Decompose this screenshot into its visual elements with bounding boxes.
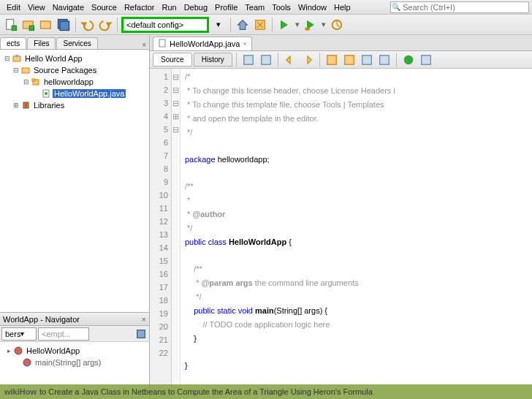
java-file-icon xyxy=(158,39,167,49)
menu-profile[interactable]: Profile xyxy=(211,1,241,13)
debug-arrow[interactable]: ▾ xyxy=(320,17,327,33)
svg-rect-1 xyxy=(12,26,16,30)
open-button[interactable] xyxy=(38,17,54,33)
svg-rect-25 xyxy=(327,55,337,64)
editor-panel: HelloWorldApp.java × Source History 1234 xyxy=(150,35,532,399)
tab-services[interactable]: Services xyxy=(56,37,97,49)
editor-tab[interactable]: HelloWorldApp.java × xyxy=(153,37,252,50)
code-area[interactable]: 12345678910111213141516171819202122 ⊟⊟⊟⊞… xyxy=(150,69,532,399)
svg-rect-30 xyxy=(422,55,431,64)
new-file-button[interactable] xyxy=(3,17,19,33)
separator xyxy=(319,53,320,67)
tree-package[interactable]: ⊟helloworldapp xyxy=(1,76,148,88)
separator xyxy=(272,18,273,32)
config-arrow[interactable]: ▾ xyxy=(210,17,227,33)
ed-btn-9[interactable] xyxy=(400,52,417,68)
tree-libraries[interactable]: ⊞Libraries xyxy=(1,99,148,111)
ed-btn-4[interactable] xyxy=(300,52,316,68)
svg-rect-8 xyxy=(305,27,310,30)
menu-help[interactable]: Help xyxy=(330,1,354,13)
separator xyxy=(236,53,237,67)
editor-tabs: HelloWorldApp.java × xyxy=(150,35,532,51)
editor-toolbar: Source History xyxy=(150,51,532,69)
svg-point-21 xyxy=(23,359,31,366)
menu-team[interactable]: Team xyxy=(241,1,268,13)
fold-gutter[interactable]: ⊟⊟⊟⊞⊟ xyxy=(172,69,180,399)
tab-history[interactable]: History xyxy=(194,53,232,66)
redo-button[interactable] xyxy=(97,17,113,33)
svg-rect-27 xyxy=(362,55,372,64)
navigator-filter[interactable]: <empt... xyxy=(38,327,89,341)
svg-rect-22 xyxy=(159,39,165,47)
nav-class[interactable]: ▸HelloWorldApp xyxy=(3,345,146,357)
svg-rect-17 xyxy=(23,102,26,108)
profile-button[interactable] xyxy=(329,17,345,33)
svg-rect-19 xyxy=(137,330,145,338)
ed-btn-8[interactable] xyxy=(376,52,392,68)
svg-rect-12 xyxy=(22,68,29,73)
navigator-settings-icon[interactable] xyxy=(134,327,148,341)
menu-view[interactable]: View xyxy=(24,1,49,13)
tree-source-packages[interactable]: ⊟Source Packages xyxy=(1,64,148,76)
global-search[interactable]: 🔍 xyxy=(390,1,529,13)
svg-rect-14 xyxy=(32,79,35,81)
menu-tools[interactable]: Tools xyxy=(268,1,294,13)
code-text[interactable]: /* * To change this license header, choo… xyxy=(180,69,532,399)
debug-button[interactable] xyxy=(303,17,319,33)
build-button[interactable] xyxy=(235,17,251,33)
svg-rect-11 xyxy=(15,55,18,57)
close-icon[interactable]: × xyxy=(142,315,146,324)
navigator-toolbar: bers ▾ <empt... xyxy=(0,326,149,342)
clean-build-button[interactable] xyxy=(252,17,268,33)
search-input[interactable] xyxy=(401,3,528,12)
save-all-button[interactable] xyxy=(56,17,72,33)
menu-edit[interactable]: Edit xyxy=(3,1,24,13)
menu-window[interactable]: Window xyxy=(294,1,330,13)
close-icon[interactable]: × xyxy=(139,41,149,49)
svg-rect-6 xyxy=(60,21,69,31)
line-numbers: 12345678910111213141516171819202122 xyxy=(150,69,172,399)
menu-navigate[interactable]: Navigate xyxy=(49,1,88,13)
menu-refactor[interactable]: Refactor xyxy=(121,1,159,13)
ed-btn-5[interactable] xyxy=(324,52,340,68)
navigator-view-select[interactable]: bers ▾ xyxy=(1,327,37,341)
svg-rect-26 xyxy=(345,55,354,64)
wikihow-brand: wikiHow xyxy=(4,387,37,396)
svg-point-20 xyxy=(15,347,22,354)
menu-run[interactable]: Run xyxy=(158,1,180,13)
svg-rect-4 xyxy=(41,21,51,28)
separator xyxy=(117,18,118,32)
ed-btn-6[interactable] xyxy=(341,52,357,68)
separator xyxy=(396,53,397,67)
svg-rect-3 xyxy=(29,26,34,30)
ed-btn-3[interactable] xyxy=(282,52,298,68)
separator xyxy=(75,18,76,32)
tab-source[interactable]: Source xyxy=(153,53,192,66)
navigator-title: WorldApp - Navigator× xyxy=(0,313,149,326)
separator xyxy=(230,18,231,32)
ed-btn-2[interactable] xyxy=(258,52,274,68)
project-tree[interactable]: ⊟Hello World App ⊟Source Packages ⊟hello… xyxy=(0,50,149,312)
ed-btn-1[interactable] xyxy=(240,52,256,68)
ed-btn-7[interactable] xyxy=(359,52,375,68)
svg-rect-23 xyxy=(244,55,254,64)
run-button[interactable] xyxy=(276,17,292,33)
tab-files[interactable]: Files xyxy=(27,37,56,49)
svg-rect-28 xyxy=(380,55,390,64)
main-toolbar: <default config> ▾ ▾ ▾ xyxy=(0,15,532,35)
tree-java-file[interactable]: HelloWorldApp.java xyxy=(1,88,148,99)
run-arrow[interactable]: ▾ xyxy=(294,17,301,33)
undo-button[interactable] xyxy=(80,17,96,33)
tab-projects[interactable]: ects xyxy=(0,37,26,49)
tree-project-root[interactable]: ⊟Hello World App xyxy=(1,53,148,64)
menu-debug[interactable]: Debug xyxy=(180,1,211,13)
menu-source[interactable]: Source xyxy=(88,1,121,13)
nav-method[interactable]: main(String[] args) xyxy=(3,357,146,368)
new-project-button[interactable] xyxy=(20,17,37,33)
run-config-dropdown[interactable]: <default config> xyxy=(121,17,209,33)
close-tab-icon[interactable]: × xyxy=(243,40,246,48)
svg-point-16 xyxy=(45,92,48,95)
svg-rect-18 xyxy=(26,102,28,108)
ed-btn-10[interactable] xyxy=(418,52,434,68)
menu-bar: Edit View Navigate Source Refactor Run D… xyxy=(0,0,532,15)
